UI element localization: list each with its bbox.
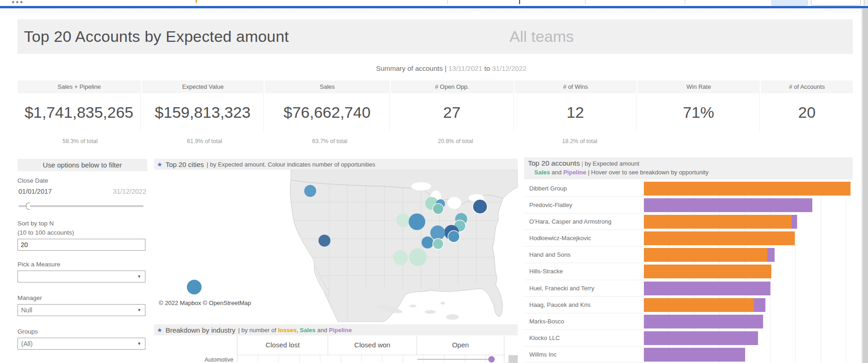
account-bar[interactable] [644, 265, 771, 278]
top-n-input[interactable] [17, 239, 145, 251]
account-bar[interactable] [644, 315, 763, 328]
star-icon[interactable]: ★ [157, 327, 162, 334]
industry-row-label[interactable]: Automotive [154, 356, 233, 363]
account-chart-area [644, 313, 853, 330]
kpi-pct: 61.9% of total [143, 138, 266, 144]
app-dots-icon[interactable] [12, 1, 23, 3]
breakdown-scrollbar-thumb[interactable] [509, 355, 518, 363]
account-bar[interactable] [644, 231, 795, 245]
kpi-value: 20 [761, 93, 853, 131]
summary-date-from: 13/11/2021 [448, 64, 482, 72]
map-title: Top 20 cities [166, 161, 204, 168]
account-row[interactable]: Hodkiewicz-Macejkovic [524, 230, 853, 247]
bar-sales-segment[interactable] [644, 298, 754, 312]
bar-pipeline-segment[interactable] [644, 331, 758, 345]
browser-button[interactable] [811, 0, 861, 6]
account-row[interactable]: Hand and Sons [524, 247, 853, 263]
summary-prefix: Summary of accounts [376, 64, 445, 72]
kpi-card: # of Wins 12 [515, 81, 637, 131]
accounts-subtitle: by Expected amount [585, 160, 640, 167]
map-attribution[interactable]: © 2022 Mapbox © OpenStreetMap [156, 299, 254, 307]
browser-button[interactable] [771, 0, 808, 6]
account-bar[interactable] [644, 248, 775, 262]
page-scrollbar-thumb[interactable] [862, 9, 868, 363]
bar-sales-segment[interactable] [644, 265, 771, 278]
page-scrollbar[interactable] [862, 9, 868, 363]
sales-legend: Sales [300, 327, 316, 334]
account-bar[interactable] [644, 182, 851, 196]
map-bubble[interactable] [187, 280, 202, 294]
bar-pipeline-segment[interactable] [792, 215, 797, 229]
map-bubble[interactable] [393, 250, 408, 265]
account-row[interactable]: Huel, Franecki and Terry [524, 280, 853, 297]
map-bubble[interactable] [448, 231, 459, 242]
bar-pipeline-segment[interactable] [767, 248, 775, 262]
star-icon[interactable]: ★ [157, 161, 162, 168]
map-bubble[interactable] [409, 248, 427, 266]
account-row[interactable]: Haag, Paucek and Kris [524, 297, 853, 313]
bar-pipeline-segment[interactable] [644, 198, 812, 212]
account-row[interactable]: Hills-Stracke [524, 263, 853, 280]
account-bar[interactable] [644, 348, 745, 362]
map-bubble[interactable] [396, 213, 410, 227]
groups-select[interactable]: (All) ▼ [17, 338, 145, 350]
kpi-pct: 58.3% of total [17, 138, 143, 144]
account-row[interactable]: Willms Inc [524, 346, 853, 363]
account-chart-area [644, 280, 853, 297]
account-label: Willms Inc [524, 346, 644, 363]
summary-sep: | [445, 64, 448, 72]
summary-line: Summary of accounts | 13/11/2021 to 31/1… [17, 64, 853, 72]
dashboard-title: Top 20 Accounts by Expected amount [24, 19, 289, 54]
account-row[interactable]: O’Hara, Casper and Armstrong [524, 213, 853, 230]
account-row[interactable]: Marks-Bosco [524, 313, 853, 330]
map-bubble[interactable] [430, 225, 445, 240]
breakdown-table: Closed lost Closed won Open Automotive [154, 335, 518, 363]
bar-sales-segment[interactable] [644, 231, 795, 245]
accounts-panel: Top 20 accounts | by Expected amount Sal… [524, 157, 853, 363]
kpi-value: 12 [515, 93, 637, 131]
account-label: Predovic-Flatley [524, 197, 644, 213]
lollipop-dot[interactable] [488, 356, 495, 363]
tab-separator [585, 0, 585, 4]
breakdown-panel: ★ Breakdown by industry | by number of l… [154, 324, 518, 363]
bar-pipeline-segment[interactable] [644, 315, 763, 328]
account-bar[interactable] [644, 215, 797, 229]
manager-select[interactable]: Null ▼ [17, 304, 145, 316]
map-bubble[interactable] [409, 213, 425, 230]
pipeline-legend: Pipeline [329, 327, 352, 334]
bar-pipeline-segment[interactable] [754, 298, 765, 312]
map-bubble[interactable] [304, 185, 316, 197]
map-bubble[interactable] [433, 204, 443, 214]
map-bubble[interactable] [318, 235, 330, 247]
close-date-end: 31/12/2022 [113, 188, 146, 195]
kpi-pct: 18.2% of total [518, 138, 642, 144]
account-chart-area [644, 330, 853, 346]
account-row[interactable]: Dibbert Group [524, 180, 853, 197]
slider-track[interactable] [18, 205, 144, 207]
kpi-card: Sales $76,662,740 [265, 81, 389, 131]
page-top-gradient [0, 8, 868, 14]
bar-sales-segment[interactable] [644, 215, 792, 229]
losses-legend: losses [278, 327, 296, 334]
account-bar[interactable] [644, 282, 770, 295]
us-map[interactable]: © 2022 Mapbox © OpenStreetMap [154, 170, 518, 322]
account-bar[interactable] [644, 298, 765, 312]
close-date-slider[interactable] [17, 202, 147, 210]
filter-sidebar: Use options below to filter Close Date 0… [17, 159, 147, 363]
bar-pipeline-segment[interactable] [644, 282, 770, 295]
top-n-sublabel: (10 to 100 accounts) [17, 229, 147, 236]
account-bar[interactable] [644, 198, 812, 212]
map-bubble[interactable] [473, 200, 487, 213]
accounts-title: Top 20 accounts [528, 159, 580, 167]
measure-select[interactable]: ▼ [17, 271, 145, 282]
bar-sales-segment[interactable] [644, 248, 767, 262]
account-bar[interactable] [644, 331, 758, 345]
bar-pipeline-segment[interactable] [644, 348, 745, 362]
account-row[interactable]: Predovic-Flatley [524, 197, 853, 213]
slider-handle[interactable] [26, 202, 30, 210]
bar-sales-segment[interactable] [644, 182, 851, 196]
map-bubble[interactable] [422, 236, 434, 248]
map-bubble[interactable] [433, 239, 443, 249]
column-header-closed-lost: Closed lost [237, 335, 328, 355]
account-row[interactable]: Klocko LLC [524, 330, 853, 346]
